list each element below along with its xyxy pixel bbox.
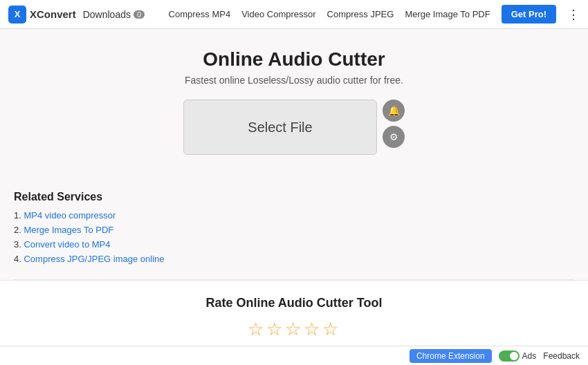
ads-toggle-wrapper: Ads [499,350,537,362]
nav-compress-mp4[interactable]: Compress MP4 [169,9,231,19]
logo-icon: X [8,6,26,24]
downloads-link[interactable]: Downloads 0 [83,9,145,20]
related-link-1[interactable]: Merge Images To PDF [24,225,113,235]
related-list: 1. MP4 video compressor 2. Merge Images … [14,210,574,264]
related-link-2[interactable]: Convert video to MP4 [24,239,110,250]
upload-wrapper: Select File 🔔 ⚙ [14,100,574,155]
nav-merge-image-pdf[interactable]: Merge Image To PDF [405,9,490,19]
list-num: 2. [14,225,21,235]
list-item: 4. Compress JPG/JPEG image online [14,254,574,264]
header: X XConvert Downloads 0 Compress MP4 Vide… [0,0,588,29]
nav-compress-jpeg[interactable]: Compress JPEG [327,9,394,19]
header-nav: Compress MP4 Video Compressor Compress J… [169,5,580,24]
select-file-button[interactable]: Select File [248,120,312,135]
upload-side-buttons: 🔔 ⚙ [383,100,405,148]
list-num: 1. [14,210,21,221]
logo-text: XConvert [30,8,76,20]
settings-button[interactable]: ⚙ [383,126,405,148]
logo[interactable]: X XConvert [8,6,76,24]
list-num: 3. [14,239,21,250]
ads-toggle-switch[interactable] [499,350,520,362]
list-item: 1. MP4 video compressor [14,210,574,221]
footer-bar: Chrome Extension Ads Feedback [0,346,588,365]
header-left: X XConvert Downloads 0 [8,6,145,24]
page-title: Online Audio Cutter [14,48,574,71]
more-menu-button[interactable]: ⋮ [567,7,580,22]
related-title: Related Services [14,191,574,203]
star-rating[interactable]: ☆☆☆☆☆ [14,319,574,340]
chrome-extension-button[interactable]: Chrome Extension [410,349,492,363]
notification-button[interactable]: 🔔 [383,100,405,122]
page-subtitle: Fastest online Loseless/Lossy audio cutt… [14,75,574,86]
main-content: Online Audio Cutter Fastest online Losel… [0,29,588,180]
list-num: 4. [14,254,21,264]
gear-icon: ⚙ [389,131,398,142]
get-pro-button[interactable]: Get Pro! [502,5,556,24]
bell-icon: 🔔 [388,105,400,116]
list-item: 2. Merge Images To PDF [14,225,574,235]
upload-area[interactable]: Select File [183,100,377,155]
downloads-badge: 0 [134,10,145,19]
nav-video-compressor[interactable]: Video Compressor [241,9,315,19]
ads-label: Ads [522,351,537,361]
related-services: Related Services 1. MP4 video compressor… [0,180,588,279]
downloads-label: Downloads [83,9,131,20]
rating-title: Rate Online Audio Cutter Tool [14,296,574,310]
list-item: 3. Convert video to MP4 [14,239,574,250]
related-link-0[interactable]: MP4 video compressor [24,210,116,221]
related-link-3[interactable]: Compress JPG/JPEG image online [24,254,164,264]
feedback-button[interactable]: Feedback [543,351,580,361]
